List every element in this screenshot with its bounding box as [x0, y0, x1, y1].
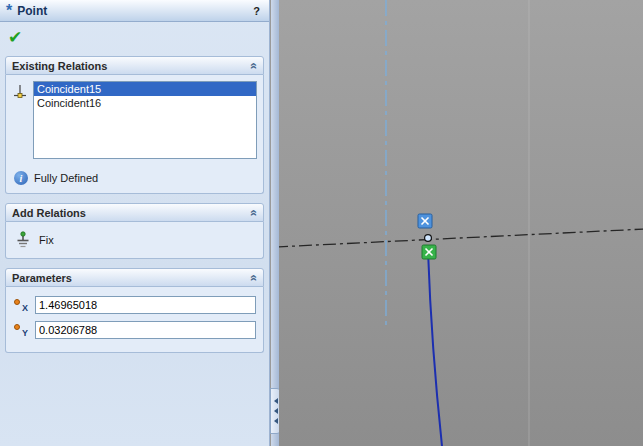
add-relations-group: Add Relations » Fix	[5, 203, 264, 259]
relation-badge-green	[422, 245, 436, 259]
y-letter: Y	[22, 328, 28, 338]
y-coordinate-icon: Y	[13, 322, 29, 338]
list-item[interactable]: Coincident16	[34, 96, 256, 110]
parameters-title: Parameters	[12, 272, 72, 284]
construction-line	[279, 229, 643, 247]
solidworks-window: * Point ? ✔ Existing Relations »	[0, 0, 643, 446]
sketch-point	[425, 235, 432, 242]
collapse-chevron-icon[interactable]: »	[247, 209, 261, 216]
point-dot-icon	[14, 324, 20, 330]
info-icon: i	[14, 171, 28, 185]
property-manager-panel: * Point ? ✔ Existing Relations »	[0, 0, 270, 446]
parameters-header[interactable]: Parameters »	[5, 268, 264, 287]
point-dot-icon	[14, 299, 20, 305]
collapse-arrow-icon	[274, 398, 278, 404]
parameters-group: Parameters » X Y	[5, 268, 264, 353]
status-text: Fully Defined	[34, 172, 98, 184]
panel-splitter[interactable]	[271, 0, 279, 446]
coincident-relation-icon	[12, 83, 28, 99]
definition-status: i Fully Defined	[12, 171, 257, 187]
fix-icon	[14, 231, 32, 249]
x-coordinate-icon: X	[13, 297, 29, 313]
ok-check-icon[interactable]: ✔	[8, 29, 22, 46]
fix-relation-button[interactable]: Fix	[12, 228, 257, 252]
y-coordinate-input[interactable]	[35, 321, 256, 339]
x-coordinate-input[interactable]	[35, 296, 256, 314]
collapse-chevron-icon[interactable]: »	[247, 274, 261, 281]
x-letter: X	[22, 303, 28, 313]
add-relations-header[interactable]: Add Relations »	[5, 203, 264, 222]
help-icon[interactable]: ?	[250, 5, 263, 17]
y-coordinate-row: Y	[13, 321, 256, 339]
collapse-arrow-icon	[274, 408, 278, 414]
existing-relations-body: Coincident15 Coincident16 i Fully Define…	[5, 75, 264, 194]
collapse-arrow-icon	[274, 418, 278, 424]
fix-label: Fix	[39, 234, 54, 246]
existing-relations-group: Existing Relations » Coincident15 Coinci…	[5, 56, 264, 194]
collapse-chevron-icon[interactable]: »	[247, 62, 261, 69]
action-row: ✔	[0, 22, 269, 52]
existing-relations-title: Existing Relations	[12, 60, 107, 72]
list-item[interactable]: Coincident15	[34, 82, 256, 96]
parameters-body: X Y	[5, 287, 264, 353]
point-icon: *	[6, 4, 12, 18]
panel-titlebar: * Point ?	[0, 0, 269, 22]
existing-relations-header[interactable]: Existing Relations »	[5, 56, 264, 75]
sketch-curve	[428, 250, 442, 446]
add-relations-title: Add Relations	[12, 207, 86, 219]
relation-badge-blue	[418, 214, 432, 228]
x-coordinate-row: X	[13, 296, 256, 314]
graphics-viewport[interactable]	[279, 0, 643, 446]
panel-title: Point	[17, 4, 47, 18]
relations-listbox[interactable]: Coincident15 Coincident16	[33, 81, 257, 159]
add-relations-body: Fix	[5, 222, 264, 259]
